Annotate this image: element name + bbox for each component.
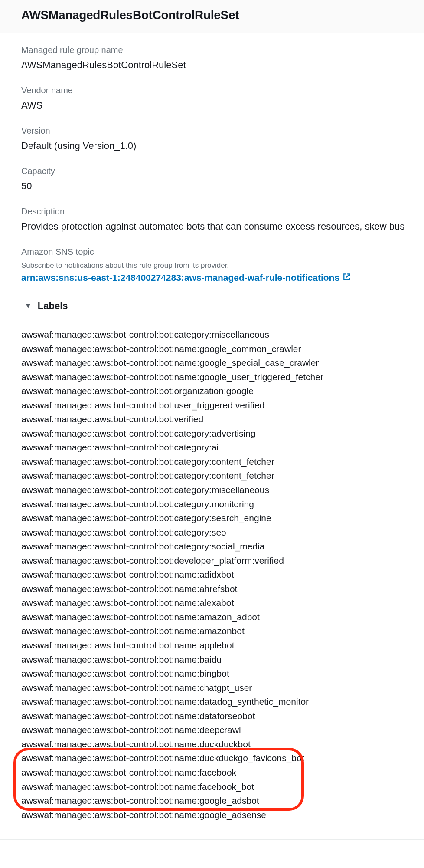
label-item: awswaf:managed:aws:bot-control:bot:verif…: [21, 412, 403, 427]
panel-body: Managed rule group name AWSManagedRulesB…: [0, 33, 424, 839]
field-label: Managed rule group name: [21, 45, 403, 55]
labels-expander: ▼ Labels: [21, 296, 403, 318]
field-rule-group-name: Managed rule group name AWSManagedRulesB…: [21, 45, 403, 71]
label-item: awswaf:managed:aws:bot-control:bot:name:…: [21, 653, 403, 667]
field-label: Description: [21, 207, 403, 217]
label-item: awswaf:managed:aws:bot-control:bot:categ…: [21, 539, 403, 554]
label-item: awswaf:managed:aws:bot-control:bot:name:…: [21, 638, 403, 653]
rule-set-panel: AWSManagedRulesBotControlRuleSet Managed…: [0, 0, 424, 840]
field-value: AWS: [21, 100, 403, 111]
field-vendor-name: Vendor name AWS: [21, 85, 403, 111]
label-item: awswaf:managed:aws:bot-control:bot:categ…: [21, 455, 403, 469]
label-item: awswaf:managed:aws:bot-control:bot:name:…: [21, 737, 403, 752]
link-text: arn:aws:sns:us-east-1:248400274283:aws-m…: [21, 273, 339, 283]
label-item: awswaf:managed:aws:bot-control:bot:name:…: [21, 667, 403, 681]
label-item: awswaf:managed:aws:bot-control:bot:name:…: [21, 610, 403, 625]
sns-topic-link[interactable]: arn:aws:sns:us-east-1:248400274283:aws-m…: [21, 273, 351, 283]
label-item: awswaf:managed:aws:bot-control:bot:categ…: [21, 441, 403, 455]
label-item: awswaf:managed:aws:bot-control:bot:name:…: [21, 596, 403, 610]
label-item: awswaf:managed:aws:bot-control:bot:user_…: [21, 398, 403, 413]
label-item: awswaf:managed:aws:bot-control:bot:name:…: [21, 568, 403, 582]
label-item: awswaf:managed:aws:bot-control:bot:name:…: [21, 794, 403, 808]
field-label: Version: [21, 126, 403, 136]
label-item: awswaf:managed:aws:bot-control:bot:name:…: [21, 709, 403, 723]
page-title: AWSManagedRulesBotControlRuleSet: [21, 8, 403, 22]
label-item: awswaf:managed:aws:bot-control:bot:name:…: [21, 582, 403, 596]
label-item: awswaf:managed:aws:bot-control:bot:name:…: [21, 780, 403, 794]
external-link-icon: [343, 273, 351, 283]
label-item: awswaf:managed:aws:bot-control:bot:categ…: [21, 483, 403, 497]
label-item: awswaf:managed:aws:bot-control:bot:categ…: [21, 328, 403, 342]
field-value: AWSManagedRulesBotControlRuleSet: [21, 59, 403, 71]
label-item: awswaf:managed:aws:bot-control:bot:organ…: [21, 384, 403, 398]
label-item: awswaf:managed:aws:bot-control:bot:name:…: [21, 370, 403, 385]
field-version: Version Default (using Version_1.0): [21, 126, 403, 151]
label-item: awswaf:managed:aws:bot-control:bot:categ…: [21, 497, 403, 512]
label-item: awswaf:managed:aws:bot-control:bot:categ…: [21, 469, 403, 483]
label-item: awswaf:managed:aws:bot-control:bot:categ…: [21, 526, 403, 540]
labels-toggle-button[interactable]: ▼ Labels: [25, 300, 68, 312]
field-capacity: Capacity 50: [21, 166, 403, 192]
label-item: awswaf:managed:aws:bot-control:bot:name:…: [21, 342, 403, 356]
label-item: awswaf:managed:aws:bot-control:bot:devel…: [21, 554, 403, 568]
label-item: awswaf:managed:aws:bot-control:bot:name:…: [21, 624, 403, 638]
field-label: Capacity: [21, 166, 403, 176]
label-item: awswaf:managed:aws:bot-control:bot:name:…: [21, 808, 403, 822]
label-item: awswaf:managed:aws:bot-control:bot:name:…: [21, 751, 403, 766]
field-value: 50: [21, 181, 403, 192]
field-label: Vendor name: [21, 85, 403, 95]
label-item: awswaf:managed:aws:bot-control:bot:name:…: [21, 695, 403, 709]
label-item: awswaf:managed:aws:bot-control:bot:name:…: [21, 681, 403, 695]
label-item: awswaf:managed:aws:bot-control:bot:name:…: [21, 766, 403, 780]
field-label: Amazon SNS topic: [21, 247, 403, 257]
field-helper: Subscribe to notifications about this ru…: [21, 261, 403, 270]
caret-down-icon: ▼: [25, 302, 32, 310]
labels-list: awswaf:managed:aws:bot-control:bot:categ…: [21, 318, 403, 822]
panel-header: AWSManagedRulesBotControlRuleSet: [0, 0, 424, 33]
field-value: Default (using Version_1.0): [21, 140, 403, 151]
field-value: Provides protection against automated bo…: [21, 221, 403, 232]
label-item: awswaf:managed:aws:bot-control:bot:name:…: [21, 723, 403, 737]
label-item: awswaf:managed:aws:bot-control:bot:name:…: [21, 356, 403, 370]
field-sns-topic: Amazon SNS topic Subscribe to notificati…: [21, 247, 403, 283]
labels-title: Labels: [38, 300, 68, 312]
label-item: awswaf:managed:aws:bot-control:bot:categ…: [21, 511, 403, 526]
label-item: awswaf:managed:aws:bot-control:bot:categ…: [21, 427, 403, 441]
field-description: Description Provides protection against …: [21, 207, 403, 232]
